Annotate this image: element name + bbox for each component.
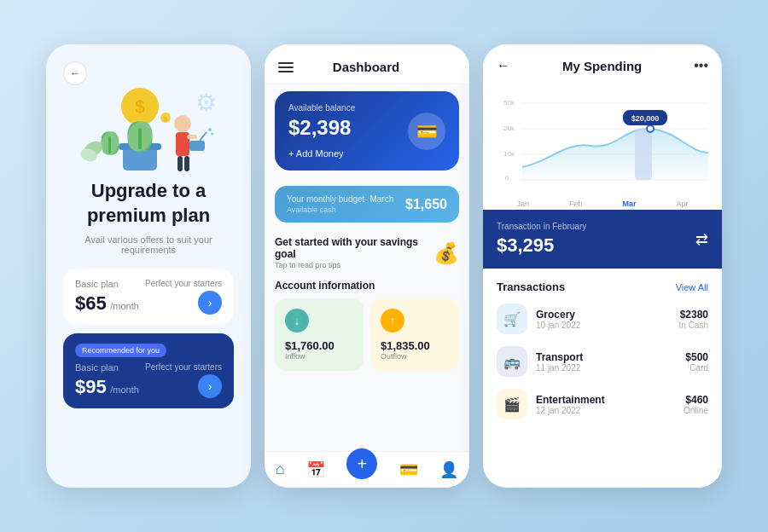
transaction-icon-grocery: 🛒 [497, 304, 527, 334]
chart-label-apr: Apr [676, 200, 688, 208]
svg-text:$: $ [135, 97, 144, 116]
transaction-amount-wrap: $500 Card [685, 351, 708, 373]
transaction-name: Grocery [536, 309, 671, 321]
transaction-item[interactable]: 🚌 Transport 11 jan 2022 $500 Card [497, 346, 708, 377]
plan-premium[interactable]: Recommended for you Basic plan Perfect y… [63, 333, 234, 408]
plan1-period: /month [110, 301, 139, 311]
account-info-section: Account information ↓ $1,760.00 Inflow ↑… [275, 280, 459, 371]
account-info-title: Account information [275, 280, 459, 292]
savings-section[interactable]: Get started with your savings goal Tap t… [275, 236, 459, 269]
transactions-header: Transactions View All [497, 280, 708, 293]
transaction-item[interactable]: 🎬 Entertainment 12 jan 2022 $460 Online [497, 389, 708, 419]
nav-calendar-icon[interactable]: 📅 [306, 460, 325, 479]
account-cards: ↓ $1,760.00 Inflow ↑ $1,835.00 Outflow [275, 298, 459, 371]
dashboard-header: Dashboard [265, 44, 469, 83]
nav-home-icon[interactable]: ⌂ [276, 460, 285, 479]
svg-text:20k: 20k [503, 124, 515, 132]
svg-rect-19 [187, 135, 197, 139]
recommended-badge: Recommended for you [75, 344, 166, 357]
svg-text:50k: 50k [503, 99, 515, 107]
balance-icon: 💳 [408, 113, 445, 150]
plan2-name: Basic plan [75, 362, 119, 373]
outflow-amount: $1,835.00 [381, 339, 430, 352]
budget-amount: $1,650 [405, 197, 447, 212]
chart-x-labels: Jan Feb Mar Apr [497, 196, 708, 215]
svg-point-11 [174, 115, 191, 132]
svg-text:0: 0 [505, 174, 509, 182]
dashboard-title: Dashboard [333, 60, 399, 74]
plan2-arrow[interactable]: › [198, 374, 222, 398]
view-all-button[interactable]: View All [676, 282, 708, 292]
spending-summary: Transaction in February $3,295 ⇄ [483, 210, 722, 269]
svg-line-14 [200, 132, 207, 141]
transaction-method: In Cash [679, 321, 708, 330]
summary-label: Transaction in February [497, 222, 586, 231]
svg-rect-32 [635, 129, 652, 180]
transaction-info: Grocery 10 jan 2022 [536, 309, 671, 330]
plan2-period: /month [110, 385, 139, 395]
spending-chart: 50k 20k 10k 0 [497, 90, 708, 210]
savings-title: Get started with your savings goal [275, 236, 433, 260]
plan2-price: $95 [75, 376, 107, 397]
outflow-label: Outflow [381, 352, 407, 361]
spending-header: ← My Spending ••• [483, 44, 722, 82]
transaction-amount: $2380 [679, 309, 708, 321]
upgrade-subtitle: Avail various offers to suit your requir… [63, 234, 234, 255]
transaction-amount: $460 [684, 394, 708, 406]
inflow-label: Inflow [285, 352, 305, 361]
back-button[interactable]: ← [63, 61, 87, 85]
balance-label: Available balance [288, 103, 355, 113]
chart-label-jan: Jan [516, 200, 529, 208]
inflow-amount: $1,760.00 [285, 339, 335, 352]
inflow-card[interactable]: ↓ $1,760.00 Inflow [275, 298, 364, 371]
transaction-icon-entertainment: 🎬 [497, 389, 527, 419]
transactions-section: Transactions View All 🛒 Grocery 10 jan 2… [483, 269, 722, 488]
svg-text:$: $ [164, 115, 168, 123]
menu-icon[interactable] [278, 62, 294, 72]
summary-amount: $3,295 [497, 234, 586, 257]
inflow-icon: ↓ [285, 309, 309, 332]
svg-text:⚙: ⚙ [195, 90, 217, 116]
plan-basic[interactable]: Basic plan Perfect your starters $65 /mo… [63, 269, 234, 325]
budget-label: Your monthly budget- March [287, 194, 393, 204]
fab-button[interactable]: + [346, 448, 377, 479]
upgrade-title: Upgrade to a premium plan [63, 179, 234, 228]
balance-amount: $2,398 [288, 116, 355, 140]
transaction-icon-transport: 🚌 [497, 346, 527, 377]
transaction-name: Transport [536, 351, 677, 363]
transaction-amount: $500 [685, 351, 708, 363]
spending-back-button[interactable]: ← [497, 58, 510, 73]
transaction-date: 11 jan 2022 [536, 363, 677, 373]
outflow-card[interactable]: ↑ $1,835.00 Outflow [370, 298, 459, 371]
budget-card[interactable]: Your monthly budget- March Available cas… [275, 186, 459, 223]
transaction-date: 12 jan 2022 [536, 406, 675, 415]
plan1-name: Basic plan [75, 279, 119, 289]
svg-rect-7 [138, 128, 142, 149]
svg-point-16 [212, 133, 214, 136]
svg-rect-13 [189, 141, 205, 151]
screen-spending: ← My Spending ••• 50k 20k 10k 0 [483, 44, 722, 488]
screen-dashboard: Dashboard Available balance $2,398 + Add… [265, 44, 469, 488]
nav-card-icon[interactable]: 💳 [399, 460, 418, 479]
chart-svg: 50k 20k 10k 0 [497, 90, 708, 193]
transaction-item[interactable]: 🛒 Grocery 10 jan 2022 $2380 In Cash [497, 304, 708, 334]
svg-point-34 [648, 126, 653, 131]
nav-profile-icon[interactable]: 👤 [439, 460, 458, 479]
plan2-tag: Perfect your starters [145, 362, 222, 373]
transactions-title: Transactions [497, 280, 565, 293]
screen-upgrade: ← ⚙ $ [46, 44, 251, 488]
transaction-method: Online [684, 406, 708, 415]
add-money-button[interactable]: + Add Money [288, 148, 355, 159]
illustration: ⚙ $ [72, 85, 225, 179]
transaction-info: Transport 11 jan 2022 [536, 351, 677, 373]
transaction-amount-wrap: $460 Online [684, 394, 708, 415]
bottom-nav: ⌂ 📅 + 💳 👤 [265, 451, 469, 488]
svg-rect-17 [177, 156, 183, 171]
transfer-icon[interactable]: ⇄ [695, 230, 708, 249]
svg-rect-18 [184, 156, 189, 171]
spending-more-icon[interactable]: ••• [694, 58, 708, 73]
plan1-arrow[interactable]: › [198, 291, 222, 315]
transaction-date: 10 jan 2022 [536, 321, 671, 330]
outflow-icon: ↑ [381, 309, 404, 332]
plan1-tag: Perfect your starters [145, 279, 222, 289]
